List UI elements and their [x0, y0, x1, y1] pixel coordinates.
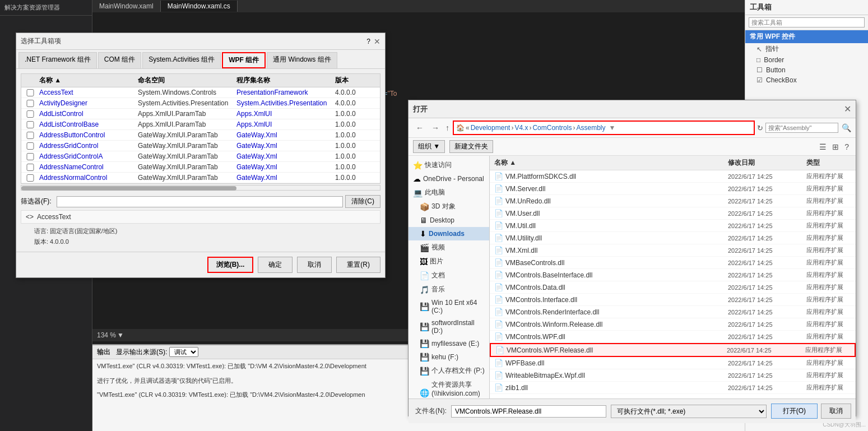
th-version[interactable]: 版本	[333, 76, 378, 85]
breadcrumb-bar[interactable]: 🏠 « Development › V4.x › ComControls › A…	[453, 121, 755, 135]
cancel-open-btn[interactable]: 取消	[821, 404, 851, 419]
nav-forward-btn[interactable]: →	[429, 122, 442, 133]
file-row[interactable]: 📄zlib1.dll 2022/6/17 14:25 应用程序扩展	[490, 382, 856, 394]
reset-button[interactable]: 重置(R)	[336, 257, 380, 273]
footer-filename-input[interactable]	[451, 405, 606, 418]
footer-filetype-select[interactable]: 可执行文件(*.dll; *.exe)	[611, 405, 766, 418]
th-ns[interactable]: 命名空间	[136, 76, 234, 85]
sidebar-item-pictures[interactable]: 🖼 图片	[409, 254, 489, 268]
file-row[interactable]: 📄VMControls.WPF.dll 2022/6/17 14:25 应用程序…	[490, 331, 856, 343]
sidebar-item-music[interactable]: 🎵 音乐	[409, 282, 489, 296]
bc-comcontrols[interactable]: ComControls	[532, 124, 572, 132]
organize-btn[interactable]: 组织 ▼	[413, 140, 445, 153]
toolbox-search-input[interactable]	[749, 17, 865, 27]
cancel-button-toolbox[interactable]: 取消	[297, 257, 332, 273]
table-hscroll[interactable]	[21, 185, 380, 191]
file-row[interactable]: 📄WPFBase.dll 2022/6/17 14:25 应用程序扩展	[490, 357, 856, 369]
help-icon-btn[interactable]: ?	[842, 141, 851, 152]
tab-universal-windows[interactable]: 通用 Windows 组件	[267, 52, 337, 68]
file-row[interactable]: 📄VM.Xml.dll 2022/6/17 14:25 应用程序扩展	[490, 244, 856, 257]
filter-input[interactable]	[57, 196, 343, 207]
tab-com[interactable]: COM 组件	[98, 52, 141, 68]
row-check-addressnormalcontrol[interactable]	[24, 174, 37, 182]
row-check-addlistcontrolbase[interactable]	[24, 121, 37, 128]
tab-system-activities[interactable]: System.Activities 组件	[142, 52, 221, 68]
row-check-accesstext[interactable]	[24, 89, 37, 96]
ok-button[interactable]: 确定	[258, 257, 293, 273]
row-check-addlistcontrol[interactable]	[24, 110, 37, 118]
table-row[interactable]: AddressNameControl GateWay.XmlUI.ParamTa…	[21, 162, 380, 173]
table-row[interactable]: ActivityDesigner System.Activities.Prese…	[21, 98, 380, 109]
view-icon-grid-btn[interactable]: ⊞	[830, 141, 841, 152]
file-row[interactable]: 📄VM.User.dll 2022/6/17 14:25 应用程序扩展	[490, 207, 856, 220]
file-row[interactable]: 📄WriteableBitmapEx.Wpf.dll 2022/6/17 14:…	[490, 369, 856, 382]
sidebar-item-3d[interactable]: 📦 3D 对象	[409, 200, 489, 214]
file-row-selected[interactable]: 📄VMControls.WPF.Release.dll 2022/6/17 14…	[490, 343, 856, 357]
sidebar-item-drive-e[interactable]: 💾 myfilessave (E:)	[409, 337, 489, 350]
tab-mainwindow-xaml-cs[interactable]: MainWindow.xaml.cs	[161, 1, 238, 12]
table-row[interactable]: AddressGridControlA GateWay.XmlUI.ParamT…	[21, 151, 380, 162]
sidebar-item-quick-access[interactable]: ⭐ 快速访问	[409, 158, 489, 172]
dialog-toolbox-close-btn[interactable]: ✕	[374, 37, 380, 46]
sidebar-item-thispc[interactable]: 💻 此电脑	[409, 186, 489, 200]
row-check-addressgridcontrol[interactable]	[24, 142, 37, 150]
th-name[interactable]: 名称 ▲	[494, 158, 728, 168]
th-date[interactable]: 修改日期	[728, 158, 806, 168]
row-check-addressgridcontrola[interactable]	[24, 153, 37, 160]
file-row[interactable]: 📄VM.PlattformSDKCS.dll 2022/6/17 14:25 应…	[490, 170, 856, 183]
bc-development[interactable]: Development	[471, 124, 510, 132]
dialog-question-icon[interactable]: ?	[366, 38, 370, 45]
filter-clear-btn[interactable]: 清除(C)	[345, 195, 380, 208]
tab-wpf[interactable]: WPF 组件	[222, 52, 266, 68]
table-row[interactable]: AddListControlBase Apps.XmlUI.ParamTab A…	[21, 119, 380, 130]
output-source-select[interactable]: 调试	[169, 347, 198, 357]
sidebar-item-video[interactable]: 🎬 视频	[409, 240, 489, 254]
sidebar-item-drive-d[interactable]: 💾 softwordInstall (D:)	[409, 317, 489, 337]
file-row[interactable]: 📄VM.UnRedo.dll 2022/6/17 14:25 应用程序扩展	[490, 195, 856, 207]
search-input[interactable]	[765, 123, 838, 133]
table-row[interactable]: AddressGridControl GateWay.XmlUI.ParamTa…	[21, 141, 380, 151]
open-dialog-close-btn[interactable]: ✕	[844, 104, 851, 114]
file-row[interactable]: 📄VM.Server.dll 2022/6/17 14:25 应用程序扩展	[490, 183, 856, 195]
sidebar-item-drive-z[interactable]: 🌐 文件资源共享 (\\hikvision.com) (Z:	[409, 378, 489, 398]
nav-back-btn[interactable]: ←	[413, 122, 426, 133]
open-file-btn[interactable]: 打开(O)	[771, 404, 818, 419]
toolbox-item-checkbox[interactable]: ☑ CheckBox	[745, 75, 868, 85]
file-row[interactable]: 📄VMControls.Winform.Release.dll 2022/6/1…	[490, 318, 856, 331]
sidebar-item-onedrive[interactable]: ☁ OneDrive - Personal	[409, 172, 489, 186]
th-type[interactable]: 类型	[806, 158, 851, 168]
tab-mainwindow-xaml[interactable]: MainWindow.xaml	[92, 1, 161, 12]
row-check-addressbuttoncontrol[interactable]	[24, 132, 37, 139]
table-row[interactable]: AddressNormalControl GateWay.XmlUI.Param…	[21, 173, 380, 183]
bc-dropdown-icon[interactable]: ▼	[609, 124, 615, 132]
table-row[interactable]: AccessText System.Windows.Controls Prese…	[21, 87, 380, 98]
file-row[interactable]: 📄VMControls.RenderInterface.dll 2022/6/1…	[490, 306, 856, 318]
zoom-dropdown-icon[interactable]: ▼	[117, 331, 124, 339]
th-assembly[interactable]: 程序集名称	[234, 76, 333, 85]
table-row[interactable]: AddListControl Apps.XmlUI.ParamTab Apps.…	[21, 109, 380, 119]
new-folder-btn[interactable]: 新建文件夹	[449, 140, 493, 153]
file-row[interactable]: 📄VM.Util.dll 2022/6/17 14:25 应用程序扩展	[490, 220, 856, 232]
file-row[interactable]: 📄VMBaseControls.dll 2022/6/17 14:25 应用程序…	[490, 257, 856, 269]
file-row[interactable]: 📄VMControls.Interface.dll 2022/6/17 14:2…	[490, 294, 856, 306]
refresh-btn[interactable]: ↻	[757, 124, 763, 132]
sidebar-item-drive-f[interactable]: 💾 kehu (F:)	[409, 350, 489, 364]
sidebar-item-drive-p[interactable]: 💾 个人存档文件 (P:)	[409, 364, 489, 378]
table-row[interactable]: AddressButtonControl GateWay.XmlUI.Param…	[21, 130, 380, 141]
view-icon-list-btn[interactable]: ☰	[817, 141, 829, 152]
toolbox-item-pointer[interactable]: ↖ 指针	[745, 43, 868, 55]
toolbox-item-border[interactable]: □ Border	[745, 55, 868, 65]
file-row[interactable]: 📄VMControls.Data.dll 2022/6/17 14:25 应用程…	[490, 281, 856, 294]
browse-button[interactable]: 浏览(B)...	[207, 257, 254, 273]
bc-v4x[interactable]: V4.x	[514, 124, 528, 132]
row-check-activitydesigner[interactable]	[24, 100, 37, 107]
file-row[interactable]: 📄VMControls.BaseInterface.dll 2022/6/17 …	[490, 269, 856, 281]
tab-net-framework[interactable]: .NET Framework 组件	[18, 52, 97, 68]
bc-assembly[interactable]: Assembly	[576, 124, 605, 132]
sidebar-item-downloads[interactable]: ⬇ Downloads	[409, 227, 489, 240]
sidebar-item-documents[interactable]: 📄 文档	[409, 268, 489, 282]
sidebar-item-desktop[interactable]: 🖥 Desktop	[409, 214, 489, 227]
sidebar-item-drive-c[interactable]: 💾 Win 10 Ent x64 (C:)	[409, 296, 489, 317]
th-name[interactable]: 名称 ▲	[37, 76, 136, 85]
file-row[interactable]: 📄VM.Utility.dll 2022/6/17 14:25 应用程序扩展	[490, 232, 856, 244]
